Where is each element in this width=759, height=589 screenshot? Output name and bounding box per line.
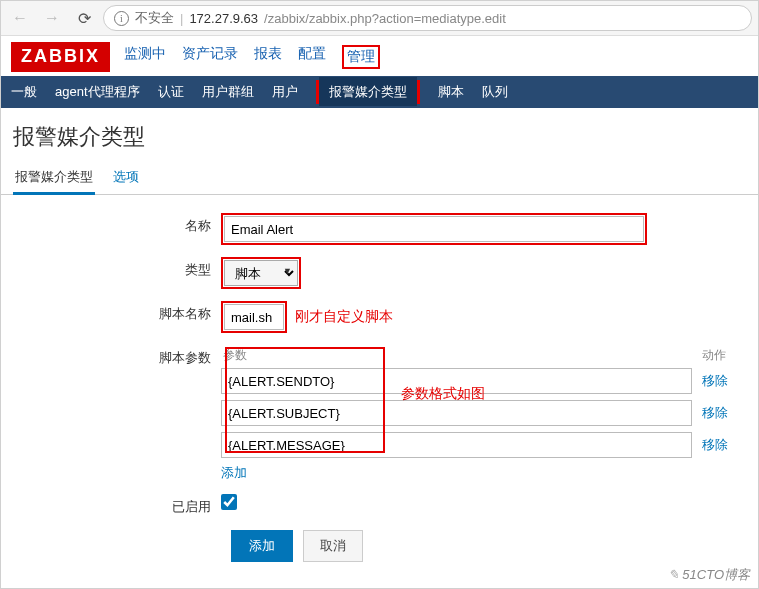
nav-administration[interactable]: 管理 [347, 48, 375, 64]
page-title: 报警媒介类型 [1, 108, 758, 162]
tab-mediatype[interactable]: 报警媒介类型 [13, 162, 95, 195]
checkbox-enabled[interactable] [221, 494, 237, 510]
address-bar[interactable]: i 不安全 | 172.27.9.63/zabbix/zabbix.php?ac… [103, 5, 752, 31]
nav-reports[interactable]: 报表 [254, 45, 282, 69]
form: 名称 类型 脚本 脚本名称 刚才自定义脚本 [1, 195, 758, 562]
subnav-general[interactable]: 一般 [11, 83, 37, 101]
back-button[interactable]: ← [7, 5, 33, 31]
row-params: 脚本参数 参数 动作 移除 移除 移除 添加 参数格式如图 [1, 345, 758, 482]
row-scriptname: 脚本名称 刚才自定义脚本 [1, 301, 758, 333]
forward-button[interactable]: → [39, 5, 65, 31]
label-type: 类型 [1, 257, 221, 279]
subnav-usergroups[interactable]: 用户群组 [202, 83, 254, 101]
params-head-action: 动作 [702, 347, 726, 364]
tabs: 报警媒介类型 选项 [1, 162, 758, 195]
browser-toolbar: ← → ⟳ i 不安全 | 172.27.9.63/zabbix/zabbix.… [1, 1, 758, 36]
label-enabled: 已启用 [1, 494, 221, 516]
row-enabled: 已启用 [1, 494, 758, 516]
highlight-admin: 管理 [342, 45, 380, 69]
subnav-proxies[interactable]: agent代理程序 [55, 83, 140, 101]
row-name: 名称 [1, 213, 758, 245]
insecure-label: 不安全 [135, 9, 174, 27]
submit-button[interactable]: 添加 [231, 530, 293, 562]
select-type[interactable]: 脚本 [224, 260, 298, 286]
param-row-1: 移除 [221, 400, 728, 426]
secondary-nav: 一般 agent代理程序 认证 用户群组 用户 报警媒介类型 脚本 队列 [1, 76, 758, 108]
nav-monitoring[interactable]: 监测中 [124, 45, 166, 69]
params-table: 参数 动作 移除 移除 移除 添加 [221, 345, 758, 482]
remove-param-0[interactable]: 移除 [702, 372, 728, 390]
remove-param-2[interactable]: 移除 [702, 436, 728, 454]
row-type: 类型 脚本 [1, 257, 758, 289]
highlight-mediatypes: 报警媒介类型 [316, 80, 420, 104]
annotation-paramsnote: 参数格式如图 [401, 385, 485, 403]
primary-nav: 监测中 资产记录 报表 配置 管理 [124, 45, 380, 69]
add-param-link[interactable]: 添加 [221, 465, 247, 480]
reload-button[interactable]: ⟳ [71, 5, 97, 31]
nav-inventory[interactable]: 资产记录 [182, 45, 238, 69]
annotation-scriptnote: 刚才自定义脚本 [295, 308, 393, 326]
url-path: /zabbix/zabbix.php?action=mediatype.edit [264, 11, 506, 26]
subnav-mediatypes[interactable]: 报警媒介类型 [319, 77, 417, 106]
input-param-2[interactable] [221, 432, 692, 458]
label-name: 名称 [1, 213, 221, 235]
cancel-button[interactable]: 取消 [303, 530, 363, 562]
label-scriptname: 脚本名称 [1, 301, 221, 323]
nav-configuration[interactable]: 配置 [298, 45, 326, 69]
tab-options[interactable]: 选项 [111, 162, 141, 194]
info-icon: i [114, 11, 129, 26]
subnav-queue[interactable]: 队列 [482, 83, 508, 101]
label-params: 脚本参数 [1, 345, 221, 367]
input-name[interactable] [224, 216, 644, 242]
subnav-users[interactable]: 用户 [272, 83, 298, 101]
subnav-scripts[interactable]: 脚本 [438, 83, 464, 101]
input-param-1[interactable] [221, 400, 692, 426]
top-bar: ZABBIX 监测中 资产记录 报表 配置 管理 [1, 36, 758, 76]
highlight-scriptname [221, 301, 287, 333]
highlight-type: 脚本 [221, 257, 301, 289]
watermark: 51CTO博客 [668, 566, 750, 584]
input-scriptname[interactable] [224, 304, 284, 330]
subnav-auth[interactable]: 认证 [158, 83, 184, 101]
url-host: 172.27.9.63 [189, 11, 258, 26]
highlight-name [221, 213, 647, 245]
zabbix-logo[interactable]: ZABBIX [11, 42, 110, 72]
param-row-2: 移除 [221, 432, 728, 458]
button-bar: 添加 取消 [1, 530, 758, 562]
separator: | [180, 11, 183, 26]
params-head-param: 参数 [223, 347, 247, 364]
remove-param-1[interactable]: 移除 [702, 404, 728, 422]
